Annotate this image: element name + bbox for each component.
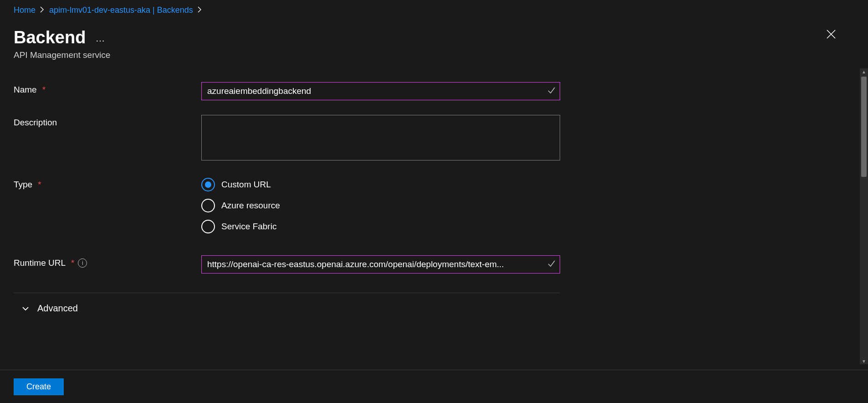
row-name: Name* [14,82,560,100]
runtime-url-input[interactable] [201,255,560,274]
page-title: Backend [14,27,86,47]
breadcrumb-home[interactable]: Home [14,4,36,16]
required-indicator: * [38,180,41,190]
row-type: Type* Custom URL Azure resource Service … [14,177,560,233]
radio-icon [201,220,215,233]
radio-service-fabric-label: Service Fabric [221,222,276,232]
footer-bar: Create [0,370,868,403]
runtime-url-label: Runtime URL* i [14,255,201,268]
radio-service-fabric[interactable]: Service Fabric [201,220,560,233]
description-label: Description [14,115,201,128]
required-indicator: * [42,85,46,95]
chevron-down-icon [22,305,29,312]
radio-icon [201,178,215,191]
radio-azure-resource-label: Azure resource [221,201,280,211]
description-input[interactable] [201,115,560,160]
row-runtime-url: Runtime URL* i [14,255,560,274]
radio-custom-url-label: Custom URL [221,180,271,190]
radio-icon [201,199,215,212]
form-content: Name* Description Type* [0,68,860,364]
type-label: Type* [14,177,201,190]
required-indicator: * [71,258,74,268]
radio-azure-resource[interactable]: Azure resource [201,199,560,212]
breadcrumb: Home apim-lmv01-dev-eastus-aka | Backend… [0,0,868,16]
info-icon[interactable]: i [78,258,87,268]
scroll-thumb[interactable] [861,77,867,177]
chevron-right-icon [198,4,202,16]
page-header: Backend ⋯ API Management service [0,16,868,60]
page-subtitle: API Management service [14,50,110,60]
more-actions-icon[interactable]: ⋯ [96,29,106,46]
radio-custom-url[interactable]: Custom URL [201,178,560,191]
close-icon[interactable] [826,29,836,41]
scrollbar[interactable]: ▲ ▼ [860,68,868,364]
chevron-right-icon [40,4,45,16]
row-description: Description [14,115,560,162]
create-button[interactable]: Create [14,378,64,395]
type-radio-group: Custom URL Azure resource Service Fabric [201,177,560,233]
advanced-label: Advanced [37,303,78,314]
name-label: Name* [14,82,201,95]
name-input[interactable] [201,82,560,100]
scroll-down-icon[interactable]: ▼ [862,359,866,363]
advanced-expander[interactable]: Advanced [14,293,568,324]
breadcrumb-resource[interactable]: apim-lmv01-dev-eastus-aka | Backends [49,4,193,16]
scroll-up-icon[interactable]: ▲ [862,69,866,74]
